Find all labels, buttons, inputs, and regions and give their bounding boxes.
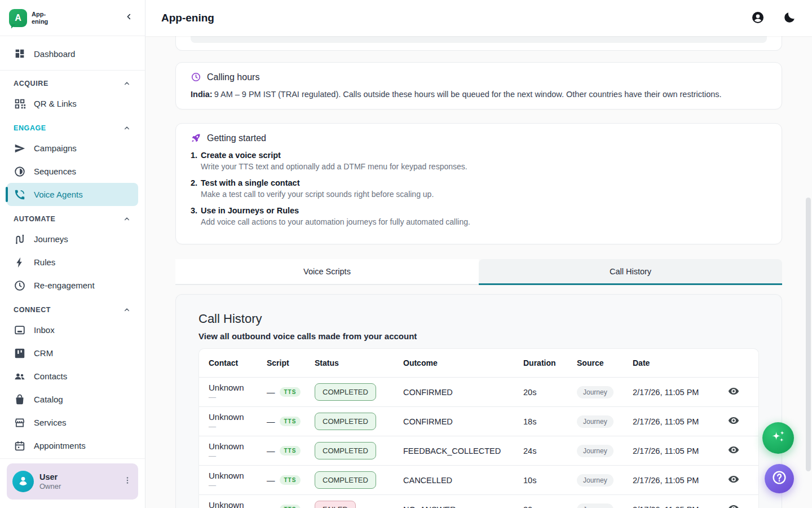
step-description: Write your TTS text and optionally add a… (201, 162, 467, 171)
sidebar-divider (0, 70, 145, 71)
sidebar-item-label: Rules (34, 257, 55, 267)
sidebar-item-rules[interactable]: Rules (7, 251, 138, 274)
sidebar-item-services[interactable]: Services (7, 411, 138, 434)
brand-logo: A (9, 9, 27, 27)
getting-started-steps: 1. Create a voice script Write your TTS … (191, 151, 767, 226)
step-number: 3. (191, 206, 197, 226)
chevron-up-icon (122, 124, 131, 133)
column-header-duration: Duration (523, 358, 577, 367)
scrolled-card-inner (191, 36, 767, 43)
tts-badge: TTS (280, 446, 301, 456)
user-avatar (12, 471, 34, 492)
brand-name-line1: App- (32, 11, 48, 18)
sidebar-section-connect[interactable]: CONNECT (7, 301, 138, 318)
view-call-button[interactable] (725, 472, 742, 489)
column-header-status: Status (315, 358, 403, 367)
source-badge: Journey (577, 386, 614, 398)
sidebar-item-voice-agents[interactable]: Voice Agents (7, 183, 138, 206)
cell-contact: Unknown (209, 383, 267, 392)
sidebar-item-catalog[interactable]: Catalog (7, 388, 138, 411)
sidebar-item-re-engagement[interactable]: Re-engagement (7, 274, 138, 297)
call-history-row: Unknown — — TTS FAILED NO_ANSWER 30s Jou… (199, 494, 758, 508)
cell-script: — (267, 505, 275, 508)
step-description: Add voice call actions to your automatio… (201, 217, 470, 226)
status-badge: FAILED (315, 501, 356, 508)
sidebar-item-label: Inbox (34, 325, 55, 335)
sidebar-section-engage[interactable]: ENGAGE (7, 120, 138, 137)
tab-voice-scripts[interactable]: Voice Scripts (175, 259, 479, 285)
view-call-button[interactable] (725, 413, 742, 430)
tab-call-history[interactable]: Call History (479, 259, 782, 285)
eye-icon (727, 473, 740, 487)
sidebar-item-label: Services (34, 418, 67, 427)
chevron-up-icon (122, 305, 131, 314)
sidebar-item-qr-links[interactable]: QR & Links (7, 92, 138, 115)
moon-icon (783, 11, 796, 25)
cell-script: — (267, 417, 275, 426)
sidebar-item-inbox[interactable]: Inbox (7, 318, 138, 341)
cell-outcome: CANCELLED (403, 476, 523, 485)
account-button[interactable] (751, 11, 766, 25)
call-history-row: Unknown — — TTS COMPLETED FEEDBACK_COLLE… (199, 436, 758, 465)
cell-duration: 30s (523, 505, 577, 508)
chevron-up-icon (122, 79, 131, 88)
step-number: 1. (191, 151, 197, 171)
column-header-script: Script (267, 358, 315, 367)
sidebar-item-appointments[interactable]: Appointments (7, 434, 138, 457)
view-call-button[interactable] (725, 443, 742, 459)
view-call-button[interactable] (725, 501, 742, 508)
ai-assistant-fab[interactable] (762, 422, 794, 454)
tts-badge: TTS (280, 505, 301, 508)
sidebar-item-contacts[interactable]: Contacts (7, 365, 138, 388)
bolt-icon (14, 256, 26, 269)
chevron-left-icon (124, 12, 134, 24)
user-card[interactable]: User Owner (7, 463, 138, 500)
sidebar-item-label: CRM (34, 348, 53, 358)
cell-contact-sub: — (209, 452, 267, 460)
sidebar-item-sequences[interactable]: Sequences (7, 160, 138, 183)
user-menu-button[interactable] (122, 475, 133, 488)
cell-contact: Unknown (209, 412, 267, 422)
storefront-icon (14, 417, 26, 429)
dark-mode-toggle[interactable] (783, 11, 797, 25)
cell-duration: 10s (523, 476, 577, 485)
sidebar-section-automate[interactable]: AUTOMATE (7, 211, 138, 227)
step-title: Test with a single contact (201, 178, 434, 187)
main-content: Calling hours India:9 AM – 9 PM IST (TRA… (145, 36, 812, 508)
status-badge: COMPLETED (315, 383, 376, 401)
cell-contact-sub: — (209, 422, 267, 431)
question-mark-icon (771, 469, 788, 488)
cell-date: 2/17/26, 11:05 PM (633, 505, 723, 508)
route-icon (14, 233, 26, 246)
cell-date: 2/17/26, 11:05 PM (633, 417, 723, 426)
person-icon (16, 474, 30, 489)
call-history-row: Unknown — — TTS COMPLETED CONFIRMED 18s … (199, 406, 758, 436)
getting-started-step: 2. Test with a single contact Make a tes… (191, 178, 767, 199)
cell-contact: Unknown (209, 500, 267, 508)
cell-duration: 24s (523, 446, 577, 456)
send-icon (14, 142, 26, 155)
dots-vertical-icon (122, 475, 133, 488)
step-title: Use in Journeys or Rules (201, 206, 470, 215)
sidebar-item-journeys[interactable]: Journeys (7, 227, 138, 251)
sidebar-section-label: CONNECT (14, 306, 51, 314)
table-body: Unknown — — TTS COMPLETED CONFIRMED 20s … (199, 377, 758, 508)
sidebar-item-dashboard[interactable]: Dashboard (7, 41, 138, 67)
cell-duration: 18s (523, 417, 577, 426)
dashboard-grid-icon (14, 47, 26, 60)
people-icon (14, 370, 26, 383)
sidebar-item-label: Voice Agents (34, 190, 83, 199)
page-scrollbar-thumb[interactable] (806, 198, 811, 471)
clock-icon (191, 72, 201, 82)
getting-started-step: 3. Use in Journeys or Rules Add voice ca… (191, 206, 767, 226)
status-badge: COMPLETED (315, 442, 376, 459)
sidebar-section-acquire[interactable]: ACQUIRE (7, 75, 138, 92)
sidebar-item-label: QR & Links (34, 99, 77, 108)
view-call-button[interactable] (725, 384, 742, 401)
help-fab[interactable] (765, 464, 794, 493)
sidebar-item-crm[interactable]: CRM (7, 341, 138, 365)
sidebar-collapse-button[interactable] (121, 11, 136, 25)
sidebar-item-campaigns[interactable]: Campaigns (7, 137, 138, 160)
brand-logo-letter: A (15, 13, 21, 23)
kanban-icon (14, 347, 26, 360)
